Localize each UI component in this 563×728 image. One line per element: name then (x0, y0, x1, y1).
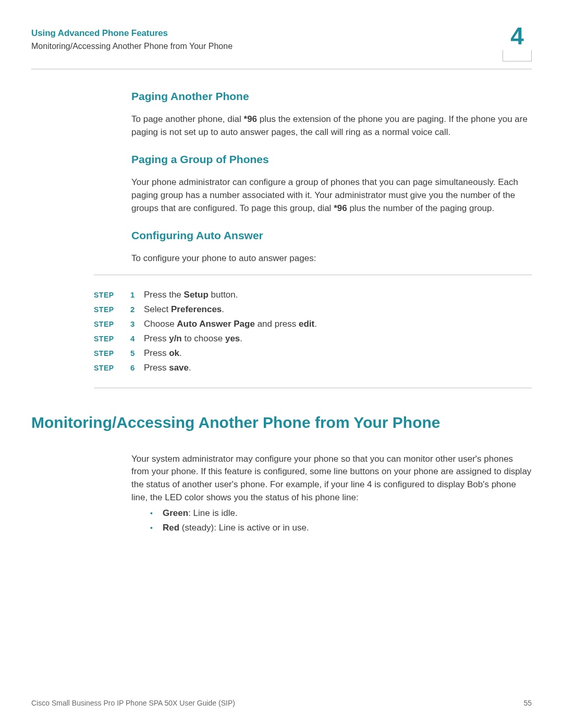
text: Select (144, 304, 171, 314)
text: Press (144, 363, 169, 373)
step-row: STEP 1 Press the Setup button. (94, 290, 532, 300)
step-text: Choose Auto Answer Page and press edit. (144, 319, 532, 329)
bold-text: *96 (244, 114, 258, 124)
text: and press (255, 319, 299, 329)
header-divider (31, 69, 532, 69)
page-footer: Cisco Small Business Pro IP Phone SPA 50… (31, 699, 532, 707)
bullet-list: • Green: Line is idle. • Red (steady): L… (150, 508, 532, 533)
para-monitoring: Your system administrator may configure … (131, 453, 532, 504)
text: Press (144, 348, 169, 358)
step-number: 6 (130, 363, 144, 372)
footer-page-number: 55 (523, 699, 532, 707)
bold-text: Green (163, 508, 188, 518)
bold-text: ok (169, 348, 179, 358)
section-auto-answer: Configuring Auto Answer To configure you… (131, 229, 532, 265)
bold-text: edit (299, 319, 314, 329)
document-page: Using Advanced Phone Features Monitoring… (0, 0, 563, 533)
para-paging-group: Your phone administrator can configure a… (131, 176, 532, 215)
bullet-icon: • (150, 523, 163, 533)
chapter-indicator: 4 (503, 24, 532, 61)
step-number: 5 (130, 349, 144, 357)
bullet-icon: • (150, 508, 163, 519)
step-text: Press y/n to choose yes. (144, 334, 532, 344)
step-label: STEP (94, 349, 130, 357)
step-row: STEP 6 Press save. (94, 363, 532, 373)
header-title: Using Advanced Phone Features (31, 28, 532, 39)
section-monitoring: Your system administrator may configure … (131, 453, 532, 504)
bold-text: y/n (169, 334, 182, 343)
step-text: Press save. (144, 363, 532, 373)
bold-text: Setup (184, 290, 209, 300)
step-row: STEP 4 Press y/n to choose yes. (94, 334, 532, 344)
step-text: Press ok. (144, 348, 532, 359)
bullet-text: Green: Line is idle. (163, 508, 532, 519)
text: To page another phone, dial (131, 114, 244, 124)
text: Press the (144, 290, 184, 300)
bold-text: Auto Answer Page (177, 319, 255, 329)
bold-text: *96 (334, 203, 347, 213)
bold-text: yes (225, 334, 240, 343)
text: . (240, 334, 242, 343)
heading-monitoring: Monitoring/Accessing Another Phone from … (31, 413, 532, 432)
text: : Line is idle. (188, 508, 238, 518)
step-label: STEP (94, 305, 130, 314)
heading-auto-answer: Configuring Auto Answer (131, 229, 532, 242)
bullet-text: Red (steady): Line is active or in use. (163, 523, 532, 533)
step-text: Press the Setup button. (144, 290, 532, 300)
step-row: STEP 5 Press ok. (94, 348, 532, 359)
bullet-item: • Red (steady): Line is active or in use… (150, 523, 532, 533)
section-paging-group: Paging a Group of Phones Your phone admi… (131, 153, 532, 215)
step-label: STEP (94, 364, 130, 372)
step-label: STEP (94, 291, 130, 299)
footer-left: Cisco Small Business Pro IP Phone SPA 50… (31, 699, 235, 707)
text: . (314, 319, 317, 329)
header-subtitle: Monitoring/Accessing Another Phone from … (31, 42, 532, 51)
text: . (179, 348, 182, 358)
steps-block: STEP 1 Press the Setup button. STEP 2 Se… (94, 275, 532, 388)
text: Press (144, 334, 169, 343)
step-text: Select Preferences. (144, 304, 532, 315)
bold-text: Red (163, 523, 179, 533)
para-paging-phone: To page another phone, dial *96 plus the… (131, 113, 532, 139)
text: . (189, 363, 191, 373)
text: to choose (182, 334, 225, 343)
step-row: STEP 2 Select Preferences. (94, 304, 532, 315)
text: (steady): Line is active or in use. (179, 523, 309, 533)
page-header: Using Advanced Phone Features Monitoring… (31, 28, 532, 69)
step-number: 1 (130, 290, 144, 299)
step-label: STEP (94, 335, 130, 343)
step-number: 4 (130, 334, 144, 343)
step-label: STEP (94, 320, 130, 328)
text: button. (209, 290, 238, 300)
heading-paging-phone: Paging Another Phone (131, 90, 532, 103)
para-auto-answer-intro: To configure your phone to auto answer p… (131, 252, 532, 265)
step-number: 2 (130, 305, 144, 314)
text: . (222, 304, 224, 314)
chapter-bracket (503, 50, 532, 61)
bullet-item: • Green: Line is idle. (150, 508, 532, 519)
text: Choose (144, 319, 177, 329)
bold-text: Preferences (171, 304, 222, 314)
step-row: STEP 3 Choose Auto Answer Page and press… (94, 319, 532, 329)
chapter-number: 4 (503, 24, 532, 48)
bold-text: save (169, 363, 189, 373)
text: plus the number of the paging group. (347, 203, 495, 213)
heading-paging-group: Paging a Group of Phones (131, 153, 532, 166)
step-number: 3 (130, 319, 144, 328)
section-paging-phone: Paging Another Phone To page another pho… (131, 90, 532, 139)
